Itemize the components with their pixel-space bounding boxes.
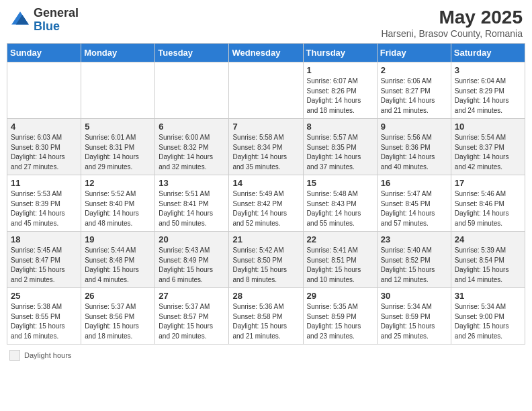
day-info: Sunrise: 5:48 AM Sunset: 8:43 PM Dayligh… bbox=[307, 189, 373, 228]
day-number: 26 bbox=[85, 291, 151, 301]
day-number: 22 bbox=[307, 234, 373, 244]
day-info: Sunrise: 5:51 AM Sunset: 8:41 PM Dayligh… bbox=[159, 189, 225, 228]
day-number: 5 bbox=[85, 122, 151, 132]
day-info: Sunrise: 5:47 AM Sunset: 8:45 PM Dayligh… bbox=[381, 189, 447, 228]
calendar-cell: 4Sunrise: 6:03 AM Sunset: 8:30 PM Daylig… bbox=[7, 119, 81, 175]
day-info: Sunrise: 5:57 AM Sunset: 8:35 PM Dayligh… bbox=[307, 133, 373, 172]
day-number: 23 bbox=[381, 234, 447, 244]
day-info: Sunrise: 5:34 AM Sunset: 9:00 PM Dayligh… bbox=[455, 302, 521, 341]
day-number: 13 bbox=[159, 178, 225, 188]
day-number: 28 bbox=[232, 291, 299, 301]
footer-note-label: Daylight hours bbox=[24, 351, 71, 359]
calendar-week-row: 11Sunrise: 5:53 AM Sunset: 8:39 PM Dayli… bbox=[7, 175, 525, 232]
logo-text: General Blue bbox=[34, 7, 79, 34]
day-number: 27 bbox=[159, 291, 225, 301]
calendar-cell: 5Sunrise: 6:01 AM Sunset: 8:31 PM Daylig… bbox=[81, 119, 155, 175]
day-number: 21 bbox=[232, 234, 299, 244]
day-number: 15 bbox=[307, 178, 373, 188]
day-number: 2 bbox=[381, 65, 447, 75]
footer-note: Daylight hours bbox=[7, 350, 525, 361]
day-info: Sunrise: 5:49 AM Sunset: 8:42 PM Dayligh… bbox=[232, 189, 299, 228]
day-number: 24 bbox=[455, 234, 521, 244]
logo-general: General bbox=[34, 6, 79, 19]
calendar-cell: 30Sunrise: 5:34 AM Sunset: 8:59 PM Dayli… bbox=[377, 288, 451, 345]
day-info: Sunrise: 6:03 AM Sunset: 8:30 PM Dayligh… bbox=[11, 133, 77, 172]
day-number: 29 bbox=[307, 291, 373, 301]
day-number: 3 bbox=[455, 65, 521, 75]
calendar-cell: 9Sunrise: 5:56 AM Sunset: 8:36 PM Daylig… bbox=[377, 119, 451, 175]
title-section: May 2025 Harseni, Brasov County, Romania bbox=[381, 7, 523, 39]
day-number: 14 bbox=[232, 178, 299, 188]
day-info: Sunrise: 5:36 AM Sunset: 8:58 PM Dayligh… bbox=[232, 302, 299, 341]
calendar-cell: 22Sunrise: 5:41 AM Sunset: 8:51 PM Dayli… bbox=[303, 232, 377, 288]
day-info: Sunrise: 5:53 AM Sunset: 8:39 PM Dayligh… bbox=[11, 189, 77, 228]
calendar-cell: 14Sunrise: 5:49 AM Sunset: 8:42 PM Dayli… bbox=[229, 175, 303, 232]
calendar-cell: 8Sunrise: 5:57 AM Sunset: 8:35 PM Daylig… bbox=[303, 119, 377, 175]
main-title: May 2025 bbox=[381, 7, 523, 28]
calendar-cell: 20Sunrise: 5:43 AM Sunset: 8:49 PM Dayli… bbox=[155, 232, 229, 288]
day-info: Sunrise: 5:58 AM Sunset: 8:34 PM Dayligh… bbox=[232, 133, 299, 172]
calendar-day-header-sunday: Sunday bbox=[7, 44, 81, 62]
logo-icon bbox=[9, 9, 31, 31]
calendar-week-row: 25Sunrise: 5:38 AM Sunset: 8:55 PM Dayli… bbox=[7, 288, 525, 345]
day-number: 30 bbox=[381, 291, 447, 301]
calendar-cell: 11Sunrise: 5:53 AM Sunset: 8:39 PM Dayli… bbox=[7, 175, 81, 232]
day-info: Sunrise: 5:42 AM Sunset: 8:50 PM Dayligh… bbox=[232, 246, 299, 285]
footer-note-box bbox=[9, 350, 20, 361]
calendar-cell: 21Sunrise: 5:42 AM Sunset: 8:50 PM Dayli… bbox=[229, 232, 303, 288]
calendar-cell: 31Sunrise: 5:34 AM Sunset: 9:00 PM Dayli… bbox=[451, 288, 525, 345]
calendar-cell bbox=[229, 62, 303, 119]
day-info: Sunrise: 5:45 AM Sunset: 8:47 PM Dayligh… bbox=[11, 246, 77, 285]
day-info: Sunrise: 5:41 AM Sunset: 8:51 PM Dayligh… bbox=[307, 246, 373, 285]
day-number: 7 bbox=[232, 122, 299, 132]
calendar-day-header-saturday: Saturday bbox=[451, 44, 525, 62]
calendar-cell: 10Sunrise: 5:54 AM Sunset: 8:37 PM Dayli… bbox=[451, 119, 525, 175]
day-info: Sunrise: 6:04 AM Sunset: 8:29 PM Dayligh… bbox=[455, 77, 521, 116]
calendar-day-header-friday: Friday bbox=[377, 44, 451, 62]
calendar-cell: 2Sunrise: 6:06 AM Sunset: 8:27 PM Daylig… bbox=[377, 62, 451, 119]
calendar-cell: 28Sunrise: 5:36 AM Sunset: 8:58 PM Dayli… bbox=[229, 288, 303, 345]
calendar-cell: 29Sunrise: 5:35 AM Sunset: 8:59 PM Dayli… bbox=[303, 288, 377, 345]
calendar-week-row: 4Sunrise: 6:03 AM Sunset: 8:30 PM Daylig… bbox=[7, 119, 525, 175]
calendar-week-row: 18Sunrise: 5:45 AM Sunset: 8:47 PM Dayli… bbox=[7, 232, 525, 288]
calendar-cell bbox=[7, 62, 81, 119]
day-info: Sunrise: 5:37 AM Sunset: 8:57 PM Dayligh… bbox=[159, 302, 225, 341]
calendar-cell: 7Sunrise: 5:58 AM Sunset: 8:34 PM Daylig… bbox=[229, 119, 303, 175]
day-number: 16 bbox=[381, 178, 447, 188]
calendar-cell: 12Sunrise: 5:52 AM Sunset: 8:40 PM Dayli… bbox=[81, 175, 155, 232]
logo-blue: Blue bbox=[34, 19, 60, 33]
calendar-cell: 15Sunrise: 5:48 AM Sunset: 8:43 PM Dayli… bbox=[303, 175, 377, 232]
calendar-cell bbox=[81, 62, 155, 119]
day-number: 12 bbox=[85, 178, 151, 188]
calendar-day-header-wednesday: Wednesday bbox=[229, 44, 303, 62]
day-number: 1 bbox=[307, 65, 373, 75]
day-info: Sunrise: 5:54 AM Sunset: 8:37 PM Dayligh… bbox=[455, 133, 521, 172]
calendar-cell: 17Sunrise: 5:46 AM Sunset: 8:46 PM Dayli… bbox=[451, 175, 525, 232]
day-info: Sunrise: 5:35 AM Sunset: 8:59 PM Dayligh… bbox=[307, 302, 373, 341]
day-info: Sunrise: 5:52 AM Sunset: 8:40 PM Dayligh… bbox=[85, 189, 151, 228]
day-info: Sunrise: 5:39 AM Sunset: 8:54 PM Dayligh… bbox=[455, 246, 521, 285]
day-info: Sunrise: 6:07 AM Sunset: 8:26 PM Dayligh… bbox=[307, 77, 373, 116]
day-info: Sunrise: 5:46 AM Sunset: 8:46 PM Dayligh… bbox=[455, 189, 521, 228]
day-info: Sunrise: 5:37 AM Sunset: 8:56 PM Dayligh… bbox=[85, 302, 151, 341]
day-number: 25 bbox=[11, 291, 77, 301]
day-number: 17 bbox=[455, 178, 521, 188]
day-number: 8 bbox=[307, 122, 373, 132]
day-info: Sunrise: 5:40 AM Sunset: 8:52 PM Dayligh… bbox=[381, 246, 447, 285]
calendar-cell: 18Sunrise: 5:45 AM Sunset: 8:47 PM Dayli… bbox=[7, 232, 81, 288]
calendar-cell: 23Sunrise: 5:40 AM Sunset: 8:52 PM Dayli… bbox=[377, 232, 451, 288]
calendar-cell: 13Sunrise: 5:51 AM Sunset: 8:41 PM Dayli… bbox=[155, 175, 229, 232]
calendar-table: SundayMondayTuesdayWednesdayThursdayFrid… bbox=[7, 43, 525, 345]
day-info: Sunrise: 5:34 AM Sunset: 8:59 PM Dayligh… bbox=[381, 302, 447, 341]
day-number: 19 bbox=[85, 234, 151, 244]
calendar-cell: 24Sunrise: 5:39 AM Sunset: 8:54 PM Dayli… bbox=[451, 232, 525, 288]
calendar-day-header-tuesday: Tuesday bbox=[155, 44, 229, 62]
day-number: 10 bbox=[455, 122, 521, 132]
day-number: 31 bbox=[455, 291, 521, 301]
calendar-cell: 6Sunrise: 6:00 AM Sunset: 8:32 PM Daylig… bbox=[155, 119, 229, 175]
day-info: Sunrise: 5:43 AM Sunset: 8:49 PM Dayligh… bbox=[159, 246, 225, 285]
calendar-cell bbox=[155, 62, 229, 119]
day-info: Sunrise: 6:06 AM Sunset: 8:27 PM Dayligh… bbox=[381, 77, 447, 116]
day-number: 20 bbox=[159, 234, 225, 244]
calendar-cell: 3Sunrise: 6:04 AM Sunset: 8:29 PM Daylig… bbox=[451, 62, 525, 119]
